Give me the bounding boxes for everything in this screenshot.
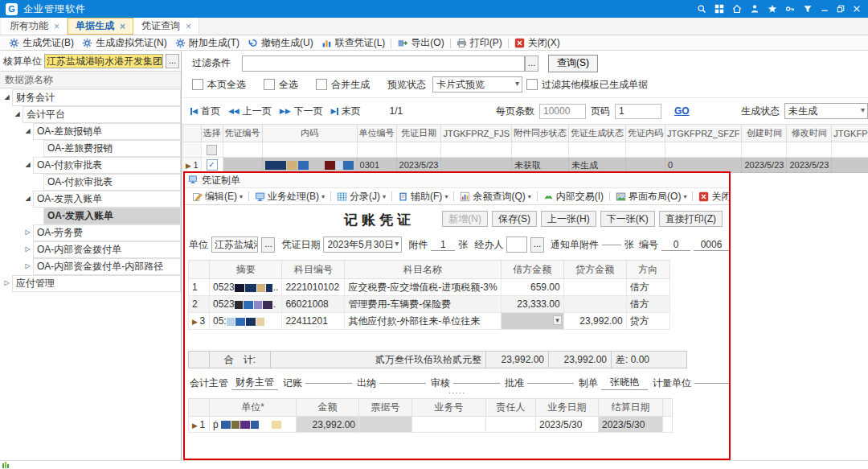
search-button[interactable] — [693, 1, 710, 17]
detail-owner-cell[interactable] — [486, 417, 536, 433]
filter-other-checkbox[interactable]: 过滤其他模板已生成单据 — [526, 78, 648, 92]
grid-filter-cell[interactable] — [201, 142, 223, 158]
grid-header-cell[interactable]: 凭证生成状态 — [569, 125, 626, 142]
chevron-right-icon[interactable]: ▷ — [23, 228, 33, 236]
minimize-button[interactable] — [817, 1, 833, 17]
voucher-date-select[interactable]: 2023年5月30日 — [323, 237, 402, 253]
merge-generate-checkbox[interactable]: 合并生成 — [316, 78, 370, 92]
direction-cell[interactable]: 贷方 — [626, 313, 669, 330]
account-name-cell[interactable]: 其他应付款-外部往来-单位往来 — [345, 313, 501, 330]
signature-value[interactable] — [527, 383, 574, 384]
apps-button[interactable] — [710, 1, 728, 17]
close-window-button[interactable] — [849, 1, 865, 17]
grid-filter-cell[interactable] — [441, 142, 512, 158]
grid-header-cell[interactable]: 选择 — [201, 125, 223, 142]
entry-row[interactable]: 20523.66021008管理费用-车辆费-保险费23,333.00借方 — [189, 296, 670, 313]
chevron-right-icon[interactable]: ▷ — [2, 279, 12, 286]
handler-picker-button[interactable]: … — [530, 237, 544, 253]
query-button[interactable]: 查询(S) — [548, 55, 598, 72]
number-field-2[interactable]: 0006 — [694, 239, 729, 251]
business-process-menu[interactable]: 业务处理(B)▾ — [251, 190, 329, 204]
grid-header-cell[interactable]: 内码 — [262, 125, 357, 142]
grid-filter-cell[interactable] — [626, 142, 665, 158]
chevron-expanded-icon[interactable]: ◢ — [2, 93, 12, 101]
credit-amount-cell[interactable] — [563, 296, 626, 313]
grid-filter-cell[interactable] — [787, 142, 832, 158]
select-page-checkbox[interactable]: 本页全选 — [192, 78, 246, 92]
grid-header-cell[interactable]: 单位编号 — [357, 125, 396, 142]
summary-cell[interactable]: 0523. — [210, 296, 282, 313]
tab-close-icon[interactable]: × — [120, 21, 125, 32]
tree-item-0[interactable]: ◢财务会计 — [0, 88, 181, 105]
chevron-right-icon[interactable]: ▷ — [23, 245, 33, 253]
signature-value[interactable]: 财务主管 — [231, 376, 278, 390]
grid-header-cell[interactable]: 凭证内码 — [626, 125, 665, 142]
grid-header-cell[interactable]: 凭证日期 — [396, 125, 441, 142]
entry-menu[interactable]: 分录(J)▾ — [333, 190, 390, 204]
summary-cell[interactable]: 0523.. — [210, 279, 282, 296]
signature-value[interactable]: 张晓艳 — [601, 376, 648, 390]
signature-value[interactable] — [453, 383, 500, 384]
detail-biz-no-cell[interactable] — [412, 417, 486, 433]
generate-status-select[interactable]: 未生成 — [784, 103, 868, 119]
tree-item-1[interactable]: ◢会计平台 — [0, 105, 181, 122]
tree-item-6[interactable]: ◢OA-发票入账单 — [0, 190, 181, 207]
linked-view-voucher-button[interactable]: 联查凭证(L) — [317, 36, 390, 50]
layout-menu[interactable]: 界面布局(O)▾ — [612, 190, 690, 204]
grid-header-cell[interactable]: JTGKFPRZ_FJS — [441, 125, 512, 142]
chevron-right-icon[interactable]: ▷ — [23, 262, 33, 269]
tab-close-icon[interactable]: × — [54, 21, 59, 32]
chevron-expanded-icon[interactable]: ◢ — [23, 127, 33, 134]
signature-value[interactable] — [305, 383, 352, 384]
grid-filter-cell[interactable] — [665, 142, 742, 158]
tree-item-3[interactable]: OA-差旅费报销 — [0, 139, 181, 156]
grid-data-row[interactable]: ▶ 1✓03012023/5/23未获取未生成02023/5/232023/5/… — [183, 158, 868, 173]
collapse-dots[interactable]: ····· — [185, 390, 729, 397]
attachment-count-field[interactable]: 1 — [431, 239, 455, 251]
grid-header-cell[interactable]: 附件同步状态 — [512, 125, 569, 142]
generate-virtual-voucher-button[interactable]: 生成虚拟凭证(N) — [78, 36, 171, 50]
tree-item-11[interactable]: ▷应付管理 — [0, 274, 181, 291]
grid-filter-cell[interactable] — [742, 142, 787, 158]
direct-print-button[interactable]: 直接打印(Z) — [659, 211, 723, 227]
tab-voucher-query[interactable]: 凭证查询× — [133, 18, 199, 35]
tree-item-9[interactable]: ▷OA-内部资金拨付单 — [0, 241, 181, 257]
internal-trade-menu[interactable]: 内部交易(I) — [539, 190, 608, 204]
chevron-expanded-icon[interactable]: ◢ — [23, 195, 33, 202]
tab-all-functions[interactable]: 所有功能× — [2, 18, 68, 35]
prev-page-button[interactable]: ◀◀上一页 — [228, 105, 272, 118]
unit-picker-button[interactable]: … — [261, 237, 275, 253]
grid-filter-cell[interactable] — [396, 142, 441, 158]
filter-more-button[interactable]: … — [525, 56, 538, 72]
row-select-cell[interactable]: ✓ — [201, 158, 223, 173]
print-button[interactable]: 打印(P) — [452, 36, 506, 50]
grid-header-cell[interactable]: 修改时间 — [787, 125, 832, 142]
save-button[interactable]: 保存(S) — [492, 211, 537, 227]
export-button[interactable]: 导出(O) — [393, 36, 448, 50]
next-voucher-button[interactable]: 下一张(K) — [600, 211, 655, 227]
account-name-cell[interactable]: 应交税费-应交增值税-进项税额-3% — [345, 279, 501, 296]
grid-header-cell[interactable]: 创建时间 — [742, 125, 787, 142]
detail-bill-no-cell[interactable] — [359, 417, 412, 433]
account-code-cell[interactable]: 2221010102 — [282, 279, 345, 296]
account-name-cell[interactable]: 管理费用-车辆费-保险费 — [345, 296, 501, 313]
balance-query-menu[interactable]: 余额查询(Q)▾ — [456, 190, 534, 204]
account-code-cell[interactable]: 66021008 — [282, 296, 345, 313]
close-voucher-menu[interactable]: 关闭(X) — [694, 190, 731, 204]
signature-value[interactable] — [694, 383, 731, 384]
entry-row[interactable]: ▶ 305:22411201其他应付款-外部往来-单位往来23,992.00贷方 — [189, 313, 670, 330]
restore-button[interactable] — [833, 1, 849, 17]
detail-amount-cell[interactable]: 23,992.00 — [297, 417, 359, 433]
grid-header-cell[interactable]: JTGKFPRZ_BY1 — [832, 125, 868, 142]
grid-filter-cell[interactable] — [223, 142, 262, 158]
direction-cell[interactable]: 借方 — [626, 296, 669, 313]
edit-menu[interactable]: 编辑(E)▾ — [188, 190, 247, 204]
unit-input[interactable]: 江苏盐城港响水港... — [211, 237, 258, 253]
close-button[interactable]: 关闭(X) — [510, 36, 564, 50]
user-button[interactable] — [746, 1, 764, 17]
debit-amount-cell[interactable]: 659.00 — [501, 279, 563, 296]
tab-document-generation[interactable]: 单据生成× — [68, 18, 133, 35]
preview-mode-select[interactable]: 卡片式预览 — [432, 76, 522, 93]
direction-cell[interactable]: 借方 — [626, 279, 669, 296]
detail-settle-date-cell[interactable]: 2023/5/30 — [599, 417, 663, 433]
